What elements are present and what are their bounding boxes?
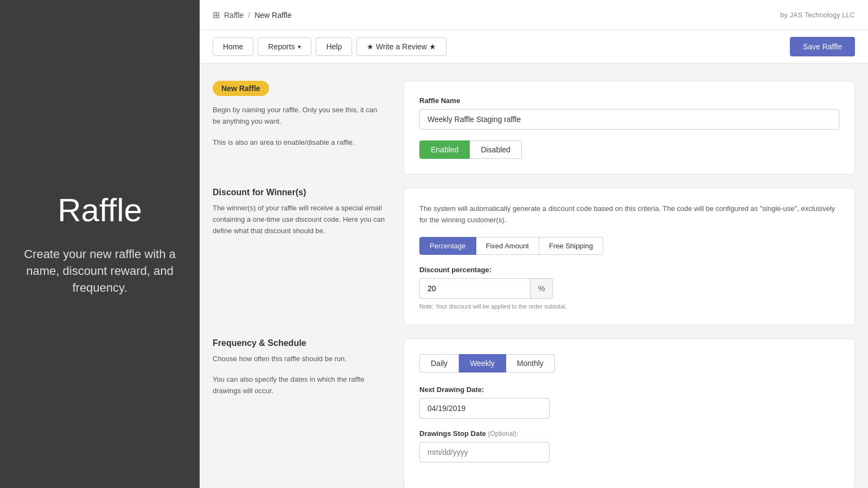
discount-right: The system will automatically generate a… xyxy=(404,188,855,325)
frequency-left: Frequency & Schedule Choose how often th… xyxy=(213,338,386,488)
reports-button[interactable]: Reports ▾ xyxy=(258,37,311,56)
apps-icon: ⊞ xyxy=(213,10,220,20)
raffle-name-label: Raffle Name xyxy=(419,97,839,105)
raffle-name-left: New Raffle Begin by naming your raffle. … xyxy=(213,81,386,175)
frequency-desc2: You can also specify the dates in which … xyxy=(213,374,386,397)
nav-buttons: Home Reports ▾ Help ★ Write a Review ★ xyxy=(213,37,446,56)
disabled-button[interactable]: Disabled xyxy=(470,140,521,159)
discount-note: Note: Your discount will be applied to t… xyxy=(419,303,839,310)
breadcrumb-current: New Raffle xyxy=(254,11,291,20)
help-button[interactable]: Help xyxy=(316,37,352,56)
content-area: New Raffle Begin by naming your raffle. … xyxy=(200,63,868,488)
sidebar-description: Create your new raffle with a name, disc… xyxy=(22,246,178,296)
discount-value-input[interactable] xyxy=(419,278,531,299)
reports-label: Reports xyxy=(268,42,295,51)
fixed-amount-button[interactable]: Fixed Amount xyxy=(476,237,540,255)
frequency-title: Frequency & Schedule xyxy=(213,338,386,348)
raffle-name-desc1: Begin by naming your raffle. Only you se… xyxy=(213,105,386,127)
write-review-button[interactable]: ★ Write a Review ★ xyxy=(356,37,446,56)
raffle-name-desc2: This is also an area to enable/disable a… xyxy=(213,137,386,149)
discount-card: The system will automatically generate a… xyxy=(404,188,855,325)
raffle-name-right: Raffle Name Enabled Disabled xyxy=(404,81,855,175)
breadcrumb: ⊞ Raffle / New Raffle xyxy=(213,10,291,20)
frequency-toggle-group: Daily Weekly Monthly xyxy=(419,354,839,373)
breadcrumb-separator: / xyxy=(248,11,250,20)
daily-button[interactable]: Daily xyxy=(419,354,459,373)
main-content: ⊞ Raffle / New Raffle by JAS Technology … xyxy=(200,0,868,488)
next-drawing-input[interactable] xyxy=(419,398,550,419)
discount-percentage-label: Discount percentage: xyxy=(419,266,839,274)
stop-date-input[interactable] xyxy=(419,442,550,463)
raffle-name-input[interactable] xyxy=(419,109,839,130)
save-raffle-button[interactable]: Save Raffle xyxy=(790,37,855,56)
percentage-button[interactable]: Percentage xyxy=(419,237,476,255)
raffle-name-card: Raffle Name Enabled Disabled xyxy=(404,81,855,175)
sidebar: Raffle Create your new raffle with a nam… xyxy=(0,0,200,488)
new-raffle-badge: New Raffle xyxy=(213,81,269,96)
chevron-down-icon: ▾ xyxy=(298,43,301,50)
optional-label: (Optional): xyxy=(488,430,518,438)
topbar: ⊞ Raffle / New Raffle by JAS Technology … xyxy=(200,0,868,30)
sidebar-title: Raffle xyxy=(58,191,142,229)
discount-description: The winner(s) of your raffle will receiv… xyxy=(213,203,386,236)
discount-left: Discount for Winner(s) The winner(s) of … xyxy=(213,188,386,325)
home-button[interactable]: Home xyxy=(213,37,253,56)
frequency-section: Frequency & Schedule Choose how often th… xyxy=(213,338,855,488)
next-drawing-section: Next Drawing Date: xyxy=(419,386,839,419)
breadcrumb-raffle-link[interactable]: Raffle xyxy=(224,11,244,20)
discount-input-group: % xyxy=(419,278,495,299)
stop-date-section: Drawings Stop Date (Optional): xyxy=(419,429,839,463)
enabled-disabled-toggle: Enabled Disabled xyxy=(419,140,839,159)
discount-type-group: Percentage Fixed Amount Free Shipping xyxy=(419,237,839,255)
system-info-text: The system will automatically generate a… xyxy=(419,203,839,226)
stop-date-label-text: Drawings Stop Date xyxy=(419,429,486,438)
frequency-card: Daily Weekly Monthly Next Drawing Date: … xyxy=(404,338,855,488)
stop-date-label: Drawings Stop Date (Optional): xyxy=(419,429,839,438)
navbar: Home Reports ▾ Help ★ Write a Review ★ S… xyxy=(200,30,868,63)
discount-title: Discount for Winner(s) xyxy=(213,188,386,197)
monthly-button[interactable]: Monthly xyxy=(506,354,555,373)
discount-section: Discount for Winner(s) The winner(s) of … xyxy=(213,188,855,325)
next-drawing-label: Next Drawing Date: xyxy=(419,386,839,394)
brand-label: by JAS Technology LLC xyxy=(780,11,855,19)
frequency-desc1: Choose how often this raffle should be r… xyxy=(213,354,386,365)
weekly-button[interactable]: Weekly xyxy=(459,354,506,373)
raffle-name-section: New Raffle Begin by naming your raffle. … xyxy=(213,81,855,175)
enabled-button[interactable]: Enabled xyxy=(419,140,470,159)
free-shipping-button[interactable]: Free Shipping xyxy=(539,237,603,255)
percent-suffix: % xyxy=(531,278,553,299)
frequency-right: Daily Weekly Monthly Next Drawing Date: … xyxy=(404,338,855,488)
